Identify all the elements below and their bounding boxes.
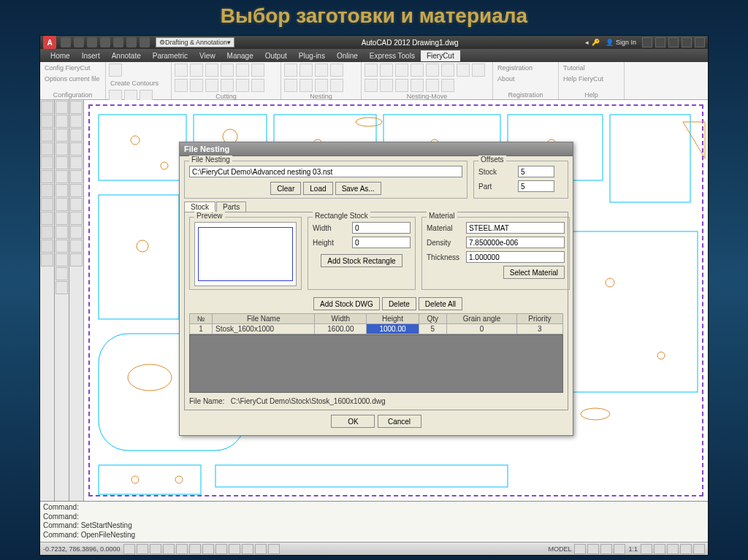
- sb-icon[interactable]: [693, 544, 705, 554]
- tool-icon[interactable]: [70, 170, 83, 183]
- nm-icon[interactable]: [365, 79, 378, 92]
- stock-list-area[interactable]: [189, 334, 563, 393]
- lwt-icon[interactable]: [229, 544, 240, 554]
- offset-icon[interactable]: [56, 226, 68, 239]
- tool-icon[interactable]: [70, 129, 83, 142]
- clear-button[interactable]: Clear: [270, 182, 301, 195]
- tab-express[interactable]: Express Tools: [364, 50, 421, 61]
- tab-online[interactable]: Online: [331, 50, 364, 61]
- tool-icon[interactable]: [70, 198, 83, 211]
- add-rect-button[interactable]: Add Stock Rectangle: [321, 254, 402, 267]
- qat-new-icon[interactable]: [61, 37, 71, 47]
- tab-parts[interactable]: Parts: [216, 202, 246, 212]
- file-path-input[interactable]: [189, 166, 462, 177]
- maximize-icon[interactable]: [682, 37, 692, 47]
- ok-button[interactable]: OK: [331, 415, 375, 428]
- nm-icon[interactable]: [365, 64, 378, 77]
- tool-icon[interactable]: [70, 115, 83, 128]
- create-contours-button[interactable]: Create Contours: [109, 79, 160, 88]
- delete-all-button[interactable]: Delete All: [419, 297, 462, 310]
- table-icon[interactable]: [41, 239, 53, 253]
- qat-undo-icon[interactable]: [126, 37, 137, 47]
- nm-icon[interactable]: [426, 64, 439, 77]
- search-arrow-icon[interactable]: ◂: [585, 39, 589, 46]
- config-fierycut-button[interactable]: Config FieryCut: [43, 64, 92, 72]
- sb-icon[interactable]: [680, 544, 692, 554]
- density-input[interactable]: [466, 237, 565, 248]
- osnap-icon[interactable]: [176, 544, 188, 554]
- dialog-title[interactable]: File Nesting: [180, 142, 573, 156]
- circle-icon[interactable]: [41, 129, 53, 142]
- col-height[interactable]: Height: [367, 314, 419, 324]
- nm-icon[interactable]: [457, 64, 470, 77]
- help-fierycut-button[interactable]: Help FieryCut: [562, 74, 605, 83]
- tool-icon[interactable]: [70, 142, 83, 156]
- arc-icon[interactable]: [41, 142, 53, 156]
- cut-icon[interactable]: [236, 79, 249, 92]
- sb-icon[interactable]: [654, 544, 665, 554]
- nest-icon[interactable]: [330, 64, 343, 77]
- tool-icon[interactable]: [70, 184, 83, 197]
- sb-icon[interactable]: [600, 544, 612, 554]
- minimize-icon[interactable]: [668, 37, 679, 47]
- nm-icon[interactable]: [441, 64, 454, 77]
- sc-icon[interactable]: [268, 544, 280, 554]
- scale-label[interactable]: 1:1: [628, 545, 638, 553]
- load-button[interactable]: Load: [303, 182, 332, 195]
- scale-icon[interactable]: [56, 156, 68, 169]
- tool-icon[interactable]: [70, 226, 83, 239]
- copy-icon[interactable]: [56, 115, 68, 128]
- height-input[interactable]: [352, 237, 411, 248]
- ellipse-icon[interactable]: [41, 170, 53, 183]
- sb-icon[interactable]: [574, 544, 586, 554]
- cut-icon[interactable]: [175, 64, 188, 77]
- tool-icon[interactable]: [70, 239, 83, 253]
- otrack-icon[interactable]: [189, 544, 201, 554]
- sb-icon[interactable]: [587, 544, 599, 554]
- sb-icon[interactable]: [641, 544, 652, 554]
- qat-save-icon[interactable]: [87, 37, 97, 47]
- nm-icon[interactable]: [472, 64, 485, 77]
- cut-icon[interactable]: [236, 64, 249, 77]
- cut-icon[interactable]: [190, 79, 203, 92]
- tab-stock[interactable]: Stock: [184, 202, 215, 212]
- grid-icon[interactable]: [137, 544, 148, 554]
- exchange-icon[interactable]: [642, 37, 652, 47]
- signin-button[interactable]: 👤 Sign In: [603, 39, 639, 46]
- cell-height[interactable]: 1000.00: [367, 324, 419, 334]
- erase-icon[interactable]: [56, 253, 68, 266]
- tab-manage[interactable]: Manage: [221, 50, 259, 61]
- material-input[interactable]: [466, 222, 565, 234]
- dyn-icon[interactable]: [215, 544, 227, 554]
- nest-icon[interactable]: [299, 64, 313, 77]
- trim-icon[interactable]: [56, 184, 68, 197]
- tab-insert[interactable]: Insert: [76, 50, 106, 61]
- nest-icon[interactable]: [330, 79, 343, 92]
- nm-icon[interactable]: [426, 79, 439, 92]
- tab-fierycut[interactable]: FieryCut: [421, 50, 460, 61]
- nest-icon[interactable]: [315, 64, 328, 77]
- cut-icon[interactable]: [175, 79, 188, 92]
- nm-icon[interactable]: [380, 79, 393, 92]
- col-qty[interactable]: Qty: [419, 314, 447, 324]
- keyword-icon[interactable]: 🔑: [592, 39, 600, 46]
- nm-icon[interactable]: [395, 64, 408, 77]
- thickness-input[interactable]: [466, 251, 565, 263]
- cut-icon[interactable]: [221, 64, 234, 77]
- nest-icon[interactable]: [284, 79, 297, 92]
- tab-output[interactable]: Output: [259, 50, 293, 61]
- ducs-icon[interactable]: [202, 544, 214, 554]
- model-button[interactable]: MODEL: [548, 545, 571, 553]
- fillet-icon[interactable]: [56, 212, 68, 225]
- text-icon[interactable]: [41, 198, 53, 211]
- line-icon[interactable]: [41, 101, 53, 114]
- nm-icon[interactable]: [441, 79, 454, 92]
- cut-icon[interactable]: [251, 79, 264, 92]
- create-contours-icon[interactable]: [109, 64, 122, 77]
- tool-icon[interactable]: [70, 212, 83, 225]
- cut-icon[interactable]: [205, 79, 218, 92]
- qat-open-icon[interactable]: [74, 37, 84, 47]
- cut-icon[interactable]: [251, 64, 264, 77]
- col-width[interactable]: Width: [315, 314, 367, 324]
- hatch-icon[interactable]: [41, 184, 53, 197]
